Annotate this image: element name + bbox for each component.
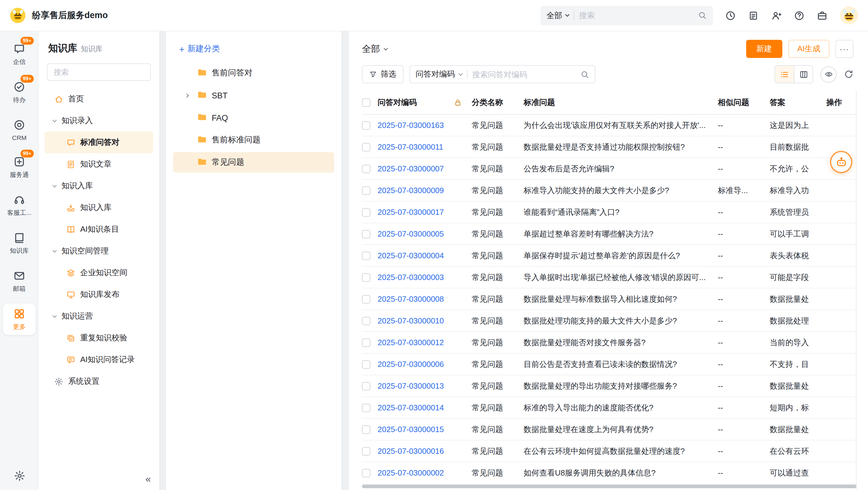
- rail-item-service-desk[interactable]: 客服工...: [3, 189, 36, 221]
- table-row[interactable]: 2025-07-03000003 常见问题 导入单据时出现'单据已经被他人修改'…: [362, 267, 856, 288]
- list-view-button[interactable]: [775, 66, 794, 83]
- sidebar-item-home[interactable]: 首页: [44, 88, 153, 110]
- row-checkbox[interactable]: [362, 360, 370, 368]
- sidebar-group-knowledge-storage[interactable]: 知识入库: [44, 175, 153, 197]
- ai-assistant-button[interactable]: [830, 151, 852, 173]
- rail-settings-gear-icon[interactable]: [13, 470, 25, 484]
- qa-code-link[interactable]: 2025-07-03000002: [378, 468, 472, 477]
- qa-code-link[interactable]: 2025-07-03000011: [378, 143, 472, 151]
- table-row[interactable]: 2025-07-03000011 常见问题 数据批量处理是否支持通过功能权限控制…: [362, 136, 856, 158]
- row-checkbox[interactable]: [362, 208, 370, 216]
- rail-item-qixin[interactable]: 99+ 企信: [3, 39, 36, 70]
- global-search-input[interactable]: [579, 11, 693, 20]
- row-checkbox[interactable]: [362, 295, 370, 303]
- tree-node-common-questions[interactable]: 常见问题: [173, 152, 334, 173]
- qa-code-link[interactable]: 2025-07-03000005: [378, 229, 472, 238]
- row-checkbox[interactable]: [362, 447, 370, 455]
- table-row[interactable]: 2025-07-03000012 常见问题 数据批量处理能否对接文件服务器? -…: [362, 332, 856, 354]
- row-checkbox[interactable]: [362, 316, 370, 325]
- row-checkbox[interactable]: [362, 229, 370, 238]
- table-row[interactable]: 2025-07-03000007 常见问题 公告发布后是否允许编辑? -- 不允…: [362, 158, 856, 180]
- qa-code-link[interactable]: 2025-07-03000016: [378, 447, 472, 456]
- approvals-icon[interactable]: [748, 10, 759, 21]
- sidebar-collapse-button[interactable]: «: [145, 474, 151, 484]
- app-center-icon[interactable]: [817, 10, 828, 21]
- filter-search-input[interactable]: [472, 70, 576, 79]
- row-checkbox[interactable]: [362, 164, 370, 173]
- contacts-icon[interactable]: [771, 10, 782, 21]
- qa-code-link[interactable]: 2025-07-03000012: [378, 338, 472, 347]
- row-checkbox[interactable]: [362, 468, 370, 477]
- category-scope-dropdown[interactable]: 全部: [362, 43, 387, 55]
- row-checkbox[interactable]: [362, 121, 370, 129]
- ai-generate-button[interactable]: AI生成: [788, 40, 829, 58]
- sidebar-group-knowledge-entry[interactable]: 知识录入: [44, 110, 153, 131]
- qa-code-link[interactable]: 2025-07-03000010: [378, 316, 472, 325]
- tree-node-sbt[interactable]: SBT: [173, 85, 334, 105]
- rail-item-knowledge-base[interactable]: 知识库: [3, 227, 36, 259]
- filter-button[interactable]: 筛选: [362, 65, 404, 83]
- rail-item-fuwutong[interactable]: 99+ 服务通: [3, 151, 36, 183]
- select-all-checkbox[interactable]: [362, 98, 370, 106]
- table-row[interactable]: 2025-07-03000013 常见问题 数据批量处理的导出功能支持对接哪些服…: [362, 375, 856, 397]
- table-row[interactable]: 2025-07-03000006 常见问题 目前公告是否支持查看已读未读的数据情…: [362, 354, 856, 375]
- sidebar-search-input[interactable]: [47, 63, 151, 81]
- more-button[interactable]: ···: [835, 40, 854, 58]
- rail-item-crm[interactable]: CRM: [3, 115, 36, 145]
- sidebar-item-standard-qa[interactable]: 标准问答对: [44, 131, 153, 153]
- scrollbar-thumb[interactable]: [362, 485, 857, 488]
- row-checkbox[interactable]: [362, 143, 370, 151]
- qa-code-link[interactable]: 2025-07-03000163: [378, 121, 472, 130]
- row-checkbox[interactable]: [362, 251, 370, 260]
- row-checkbox[interactable]: [362, 403, 370, 412]
- board-view-button[interactable]: [794, 66, 812, 83]
- qa-code-link[interactable]: 2025-07-03000008: [378, 295, 472, 304]
- table-row[interactable]: 2025-07-03000015 常见问题 数据批量处理在速度上为何具有优势? …: [362, 419, 856, 440]
- new-category-button[interactable]: + 新建分类: [173, 40, 334, 58]
- row-checkbox[interactable]: [362, 338, 370, 347]
- qa-code-link[interactable]: 2025-07-03000004: [378, 251, 472, 260]
- sidebar-item-enterprise-space[interactable]: 企业知识空间: [44, 262, 153, 284]
- tree-node-presale-qa[interactable]: 售前问答对: [173, 63, 334, 83]
- chevron-right-icon[interactable]: [185, 94, 188, 97]
- refresh-button[interactable]: [844, 69, 854, 79]
- help-icon[interactable]: [794, 10, 805, 21]
- sidebar-group-knowledge-ops[interactable]: 知识运营: [44, 305, 153, 327]
- qa-code-link[interactable]: 2025-07-03000015: [378, 425, 472, 434]
- sidebar-item-knowledge-storage[interactable]: 知识入库: [44, 197, 153, 218]
- sidebar-item-system-settings[interactable]: 系统设置: [44, 370, 153, 392]
- sidebar-item-duplicate-check[interactable]: 重复知识校验: [44, 327, 153, 349]
- field-visibility-button[interactable]: [820, 66, 837, 82]
- table-row[interactable]: 2025-07-03000016 常见问题 在公有云环境中如何提高数据批量处理的…: [362, 440, 856, 462]
- history-icon[interactable]: [725, 10, 736, 21]
- row-checkbox[interactable]: [362, 425, 370, 434]
- table-row[interactable]: 2025-07-03000005 常见问题 单据超过整单容差时有哪些解决方法? …: [362, 223, 856, 245]
- rail-item-mail[interactable]: 邮箱: [3, 266, 36, 297]
- rail-item-more[interactable]: 更多: [3, 304, 36, 335]
- search-scope-dropdown[interactable]: 全部: [547, 10, 569, 21]
- qa-code-link[interactable]: 2025-07-03000006: [378, 360, 472, 369]
- table-row[interactable]: 2025-07-03000004 常见问题 单据保存时提示'超过整单容差'的原因…: [362, 245, 856, 267]
- filter-field-dropdown[interactable]: 问答对编码: [415, 69, 462, 80]
- table-row[interactable]: 2025-07-03000009 常见问题 标准导入功能支持的最大文件大小是多少…: [362, 180, 856, 202]
- rail-item-todo[interactable]: 99+ 待办: [3, 76, 36, 108]
- sidebar-item-ai-qa-log[interactable]: AI知识问答记录: [44, 349, 153, 370]
- table-row[interactable]: 2025-07-03000002 常见问题 如何查看U8服务调用失败的具体信息?…: [362, 462, 856, 484]
- tree-node-faq[interactable]: FAQ: [173, 108, 334, 128]
- sidebar-group-knowledge-space[interactable]: 知识空间管理: [44, 240, 153, 262]
- table-row[interactable]: 2025-07-03000017 常见问题 谁能看到“通讯录隔离”入口? -- …: [362, 202, 856, 223]
- qa-code-link[interactable]: 2025-07-03000014: [378, 403, 472, 412]
- table-row[interactable]: 2025-07-03000008 常见问题 数据批量处理与标准数据导入相比速度如…: [362, 288, 856, 310]
- sidebar-item-ai-knowledge-entry[interactable]: AI知识条目: [44, 218, 153, 240]
- search-icon[interactable]: [698, 11, 707, 20]
- table-row[interactable]: 2025-07-03000014 常见问题 标准的导入导出能力的速度能否优化? …: [362, 397, 856, 419]
- new-button[interactable]: 新建: [746, 40, 782, 58]
- user-avatar[interactable]: [840, 6, 858, 25]
- table-row[interactable]: 2025-07-03000163 常见问题 为什么会出现'该应用仅对有互联关系的…: [362, 115, 856, 136]
- global-search[interactable]: 全部: [540, 6, 713, 25]
- qa-code-link[interactable]: 2025-07-03000009: [378, 186, 472, 195]
- qa-code-link[interactable]: 2025-07-03000007: [378, 164, 472, 173]
- horizontal-scrollbar[interactable]: [362, 485, 857, 489]
- row-checkbox[interactable]: [362, 273, 370, 281]
- qa-code-link[interactable]: 2025-07-03000013: [378, 381, 472, 391]
